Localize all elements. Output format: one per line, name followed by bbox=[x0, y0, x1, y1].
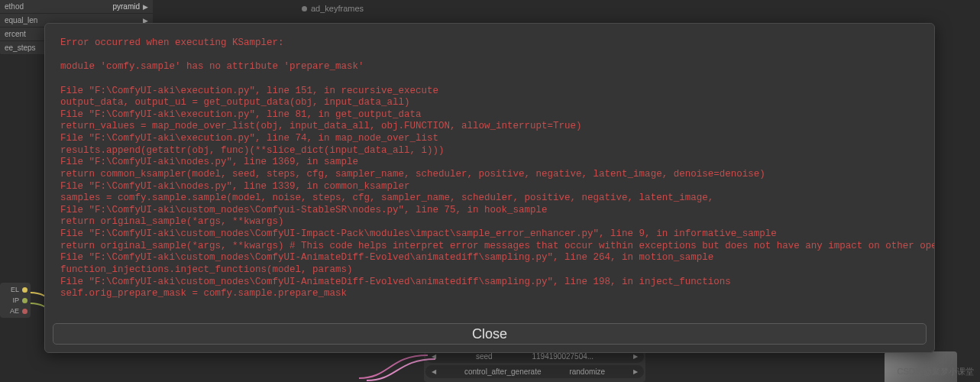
widget-value: 1194190027504... bbox=[532, 352, 593, 361]
row-label: ethod bbox=[5, 2, 24, 11]
port-label: IP bbox=[12, 296, 19, 304]
node-widget[interactable]: ◀ control_after_generate randomize ▶ bbox=[425, 365, 644, 378]
port-dot-icon bbox=[22, 298, 27, 303]
error-body: Error occurred when executing KSampler: … bbox=[45, 24, 934, 319]
error-modal: Error occurred when executing KSampler: … bbox=[44, 23, 935, 353]
chevron-right-icon: ▶ bbox=[633, 368, 638, 375]
row-label: ercent bbox=[5, 30, 26, 38]
row-label: equal_len bbox=[5, 16, 37, 24]
widget-label: control_after_generate bbox=[464, 367, 542, 376]
chevron-right-icon: ▶ bbox=[143, 3, 148, 11]
port-label: ad_keyframes bbox=[311, 4, 364, 13]
port-label: EL bbox=[11, 286, 19, 293]
chevron-left-icon: ◀ bbox=[432, 368, 436, 375]
port-dot-icon bbox=[302, 6, 307, 11]
node-port[interactable]: ad_keyframes bbox=[302, 4, 364, 13]
bg-node-ports: EL IP AE bbox=[0, 283, 31, 318]
node-output-port[interactable]: IP bbox=[0, 295, 31, 306]
error-traceback: Error occurred when executing KSampler: … bbox=[60, 37, 919, 300]
port-dot-icon bbox=[22, 287, 27, 293]
widget-value: randomize bbox=[569, 367, 605, 376]
chevron-left-icon: ◀ bbox=[432, 353, 436, 360]
row-label: ee_steps bbox=[5, 44, 36, 52]
node-output-port[interactable]: AE bbox=[0, 306, 31, 316]
chevron-right-icon: ▶ bbox=[633, 353, 638, 360]
port-label: AE bbox=[10, 307, 19, 315]
port-dot-icon bbox=[22, 309, 27, 314]
watermark: CSDN @聚梦小课堂 bbox=[898, 366, 974, 377]
node-row[interactable]: ethod pyramid▶ bbox=[0, 0, 153, 14]
widget-label: seed bbox=[476, 352, 493, 361]
node-output-port[interactable]: EL bbox=[0, 284, 31, 295]
row-value: pyramid bbox=[112, 2, 140, 11]
close-button[interactable]: Close bbox=[53, 323, 927, 345]
